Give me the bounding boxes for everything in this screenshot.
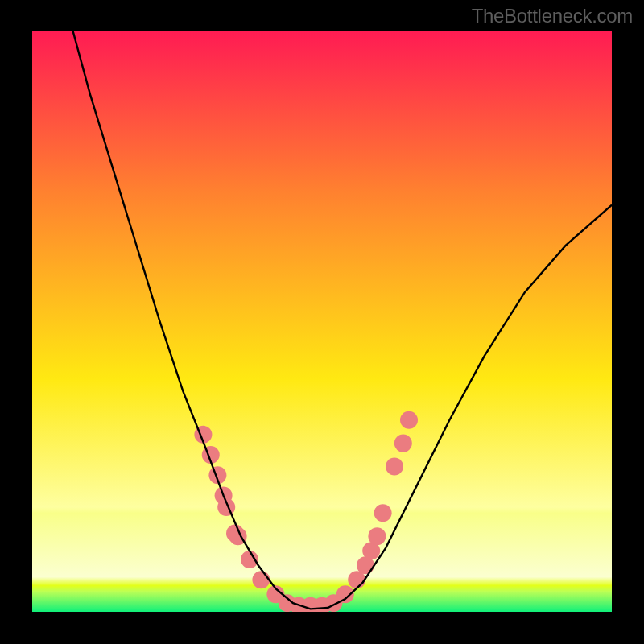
chart-svg — [32, 31, 612, 612]
scatter-dot — [386, 458, 403, 476]
scatter-dots — [194, 411, 418, 612]
scatter-dot — [252, 571, 270, 588]
curve-line — [72, 31, 612, 609]
scatter-dot — [374, 504, 392, 522]
scatter-dot — [368, 527, 386, 545]
plot-area — [32, 31, 612, 612]
scatter-dot — [400, 411, 418, 429]
watermark-text: TheBottleneck.com — [472, 5, 633, 27]
scatter-dot — [394, 435, 412, 452]
chart-container: TheBottleneck.com — [0, 0, 644, 644]
